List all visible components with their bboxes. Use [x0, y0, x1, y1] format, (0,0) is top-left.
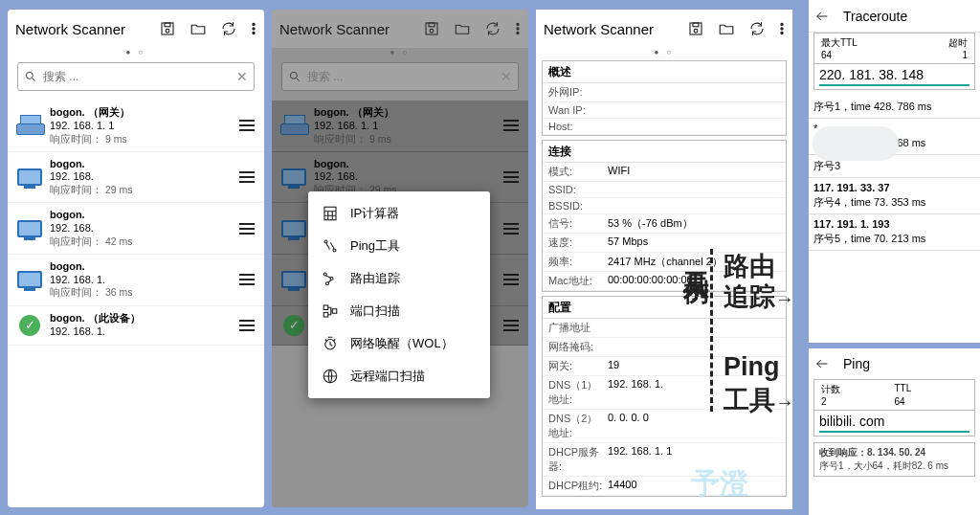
save-icon[interactable]: [423, 20, 440, 37]
overflow-icon[interactable]: [251, 20, 256, 37]
annotation-col1: 工具示例: [679, 251, 714, 262]
svg-point-9: [430, 29, 434, 33]
hamburger-icon[interactable]: [239, 223, 255, 235]
svg-point-6: [26, 72, 33, 78]
folder-icon[interactable]: [718, 20, 735, 37]
device-name: bogon.: [50, 158, 239, 171]
device-row[interactable]: ✓bogon. （此设备）192. 168. 1.: [8, 306, 264, 346]
device-row[interactable]: bogon. （网关）192. 168. 1. 1响应时间： 9 ms: [8, 101, 264, 152]
detail-value: [608, 121, 780, 132]
hamburger-icon[interactable]: [239, 320, 255, 331]
detail-key: DNS（2）地址:: [548, 412, 608, 440]
hamburger-icon[interactable]: [503, 120, 519, 131]
search-box[interactable]: ✕: [281, 62, 519, 91]
menu-item[interactable]: 端口扫描: [308, 295, 490, 327]
hop-seq: 序号5，time 70. 213 ms: [813, 231, 975, 247]
svg-point-11: [517, 28, 519, 30]
count-value[interactable]: 2: [821, 396, 895, 407]
hop-row: 117. 191. 33. 37序号4，time 73. 353 ms: [809, 178, 980, 214]
hamburger-icon[interactable]: [503, 223, 519, 235]
ttl-value[interactable]: 64: [895, 396, 969, 407]
device-text: bogon.192. 168.响应时间： 42 ms: [50, 209, 239, 248]
menu-item[interactable]: IP计算器: [308, 197, 490, 230]
device-row[interactable]: bogon.192. 168. 1.响应时间： 36 ms: [8, 255, 264, 306]
hamburger-icon[interactable]: [239, 274, 255, 285]
scanner-menu-panel: Network Scanner ● ○ ✕ bogon. （网关）192. 16…: [272, 10, 528, 507]
count-label: 计数: [821, 383, 895, 396]
detail-row: SSID:: [543, 182, 786, 198]
host-value[interactable]: 220. 181. 38. 148: [819, 67, 969, 86]
svg-rect-8: [429, 23, 434, 27]
back-icon[interactable]: [814, 8, 830, 25]
refresh-icon[interactable]: [484, 20, 501, 37]
detail-row: 外网IP:: [543, 83, 786, 102]
watermark: 予澄: [691, 464, 748, 504]
hamburger-icon[interactable]: [239, 120, 255, 131]
host-value[interactable]: bilibili. com: [819, 414, 969, 433]
menu-item[interactable]: 网络唤醒（WOL）: [308, 327, 490, 360]
svg-rect-26: [332, 309, 337, 314]
detail-row: Wan IP:: [543, 102, 786, 119]
svg-point-3: [253, 23, 255, 25]
device-icon: [279, 164, 308, 190]
traceroute-params: 最大TTL超时 641: [813, 33, 975, 63]
device-icon: [15, 215, 44, 242]
svg-point-2: [166, 29, 169, 33]
top-bar: Ping: [809, 348, 980, 379]
detail-value: [608, 321, 780, 335]
detail-key: 外网IP:: [548, 85, 608, 100]
refresh-icon[interactable]: [748, 20, 766, 37]
search-input[interactable]: [307, 70, 501, 83]
timeout-label: 超时: [895, 36, 969, 50]
detail-row: 信号:53 %（-76 dBm）: [543, 214, 786, 234]
device-ip: 192. 168. 1.: [50, 325, 239, 339]
detail-row: DHCP租约:14400: [543, 477, 786, 496]
detail-key: 模式:: [548, 165, 608, 179]
ping-params: 计数TTL 264: [813, 379, 975, 410]
menu-item[interactable]: Ping工具: [308, 230, 490, 262]
back-icon[interactable]: [814, 355, 830, 372]
hamburger-icon[interactable]: [503, 171, 519, 183]
hop-seq: 序号4，time 73. 353 ms: [813, 194, 975, 211]
detail-key: 网关:: [548, 359, 608, 373]
svg-point-13: [290, 72, 297, 78]
clear-icon[interactable]: ✕: [236, 69, 248, 84]
annotation-dash: [710, 249, 713, 412]
device-row[interactable]: bogon.192. 168.响应时间： 29 ms: [8, 152, 264, 204]
annotation-ping-b: 工具→: [724, 383, 794, 417]
svg-rect-30: [693, 23, 699, 27]
hamburger-icon[interactable]: [503, 320, 519, 331]
refresh-icon[interactable]: [220, 20, 237, 37]
search-box[interactable]: ✕: [17, 62, 255, 91]
search-icon: [288, 70, 301, 83]
timeout-value[interactable]: 1: [895, 50, 969, 60]
search-input[interactable]: [43, 70, 236, 83]
device-row[interactable]: bogon. （网关）192. 168. 1. 1响应时间： 9 ms: [272, 101, 528, 152]
svg-point-4: [253, 28, 255, 30]
device-list: bogon. （网关）192. 168. 1. 1响应时间： 9 msbogon…: [8, 101, 264, 346]
overflow-icon[interactable]: [515, 20, 521, 37]
detail-key: BSSID:: [548, 200, 608, 212]
device-name: bogon. （此设备）: [50, 312, 239, 325]
device-row[interactable]: bogon.192. 168.响应时间： 42 ms: [8, 203, 264, 255]
arrow-icon: →: [775, 288, 794, 309]
save-icon[interactable]: [687, 20, 704, 37]
menu-item[interactable]: 路由追踪: [308, 262, 490, 295]
maxttl-value[interactable]: 64: [821, 50, 895, 60]
detail-row: DHCP服务器:192. 168. 1. 1: [543, 443, 786, 477]
device-icon: ✓: [15, 312, 44, 339]
overflow-icon[interactable]: [779, 20, 785, 37]
clear-icon[interactable]: ✕: [501, 69, 512, 84]
device-ip: 192. 168. 1. 1: [314, 120, 503, 133]
app-title: Network Scanner: [279, 21, 423, 37]
annotation-ping-a: Ping: [724, 352, 780, 382]
device-text: bogon.192. 168. 1.响应时间： 36 ms: [50, 260, 239, 300]
hamburger-icon[interactable]: [503, 274, 519, 285]
svg-point-31: [694, 29, 698, 33]
hop-row: 117. 191. 1. 193序号5，time 70. 213 ms: [809, 214, 980, 251]
save-icon[interactable]: [159, 20, 176, 37]
hamburger-icon[interactable]: [239, 171, 255, 183]
menu-item[interactable]: 远程端口扫描: [308, 360, 490, 392]
folder-icon[interactable]: [189, 20, 207, 37]
folder-icon[interactable]: [454, 20, 471, 37]
